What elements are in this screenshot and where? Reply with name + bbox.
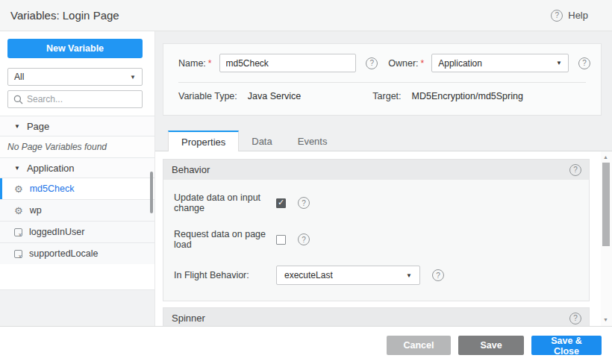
tree-section-page[interactable]: ▼ Page bbox=[0, 116, 154, 136]
search-icon bbox=[13, 95, 23, 104]
scroll-up-icon[interactable]: ▲ bbox=[603, 154, 608, 160]
variable-detail-panel: Name: * ? Owner: * Application ▼ ? Varia… bbox=[155, 31, 612, 326]
spinner-section-title: Spinner bbox=[172, 313, 205, 324]
variable-item-wp[interactable]: ⚙ wp bbox=[0, 199, 154, 221]
update-data-checkbox[interactable]: ✓ bbox=[276, 198, 286, 208]
variable-item-md5check[interactable]: ⚙ md5Check bbox=[0, 178, 154, 199]
search-input[interactable] bbox=[27, 94, 137, 104]
sidebar-scrollbar[interactable] bbox=[150, 172, 153, 213]
chevron-down-icon: ▼ bbox=[130, 74, 136, 81]
help-icon: ? bbox=[551, 10, 563, 22]
target-value: MD5Encryption/md5Spring bbox=[412, 91, 523, 101]
help-button[interactable]: ? Help bbox=[551, 10, 588, 22]
variable-item-label: md5Check bbox=[30, 183, 75, 194]
variable-item-supportedlocale[interactable]: x supportedLocale bbox=[0, 242, 154, 264]
behavior-section: Behavior ? Update data on input change ✓… bbox=[163, 159, 590, 301]
help-label: Help bbox=[568, 10, 588, 21]
sidebar-empty-area bbox=[0, 289, 154, 326]
variable-icon: x bbox=[14, 250, 22, 258]
variables-dialog: Variables: Login Page ? Help New Variabl… bbox=[0, 0, 612, 364]
variable-filter-value: All bbox=[14, 72, 24, 82]
tab-data[interactable]: Data bbox=[239, 131, 284, 151]
variable-item-label: supportedLocale bbox=[29, 248, 98, 259]
update-data-help-icon[interactable]: ? bbox=[298, 197, 310, 209]
variable-item-label: wp bbox=[30, 205, 42, 216]
request-data-checkbox[interactable] bbox=[276, 235, 286, 245]
in-flight-behavior-row: In Flight Behavior: executeLast ▼ ? bbox=[163, 266, 589, 285]
dialog-footer: Cancel Save Save & Close bbox=[0, 326, 612, 364]
detail-tabs: Properties Data Events bbox=[155, 131, 612, 151]
page-title: Variables: Login Page bbox=[0, 9, 119, 22]
in-flight-behavior-label: In Flight Behavior: bbox=[174, 270, 276, 280]
update-data-label: Update data on input change bbox=[174, 192, 276, 213]
check-icon: ✓ bbox=[278, 198, 284, 207]
variable-item-loggedinuser[interactable]: x loggedInUser bbox=[0, 221, 154, 242]
cancel-button[interactable]: Cancel bbox=[387, 336, 451, 355]
request-data-row: Request data on page load ? bbox=[163, 229, 589, 250]
owner-label: Owner: bbox=[388, 58, 418, 69]
update-data-row: Update data on input change ✓ ? bbox=[163, 192, 589, 213]
request-data-help-icon[interactable]: ? bbox=[298, 233, 310, 245]
owner-help-icon[interactable]: ? bbox=[578, 57, 590, 69]
tree-section-application-label: Application bbox=[27, 163, 75, 174]
spinner-section: Spinner ? Spinner Context: Search Widget… bbox=[163, 307, 590, 326]
save-button[interactable]: Save bbox=[458, 336, 524, 355]
tab-properties[interactable]: Properties bbox=[168, 131, 239, 151]
properties-content: Behavior ? Update data on input change ✓… bbox=[155, 151, 612, 326]
request-data-label: Request data on page load bbox=[174, 229, 276, 250]
page-variables-empty-text: No Page Variables found bbox=[0, 136, 154, 157]
chevron-down-icon: ▼ bbox=[406, 272, 412, 279]
java-service-icon: ⚙ bbox=[14, 206, 23, 216]
scrollbar-thumb[interactable] bbox=[602, 163, 610, 246]
in-flight-behavior-dropdown[interactable]: executeLast ▼ bbox=[276, 266, 420, 285]
tree-section-application[interactable]: ▼ Application bbox=[0, 157, 154, 178]
java-service-icon: ⚙ bbox=[14, 184, 23, 194]
tree-section-page-label: Page bbox=[27, 121, 49, 132]
variable-item-label: loggedInUser bbox=[29, 227, 84, 237]
behavior-section-title: Behavior bbox=[172, 164, 210, 175]
name-field[interactable] bbox=[219, 54, 357, 72]
variable-filter-dropdown[interactable]: All ▼ bbox=[7, 68, 143, 86]
tab-events[interactable]: Events bbox=[285, 131, 340, 151]
in-flight-behavior-help-icon[interactable]: ? bbox=[432, 269, 444, 281]
search-box[interactable] bbox=[7, 90, 143, 108]
variable-icon: x bbox=[14, 228, 22, 236]
required-asterisk: * bbox=[421, 58, 425, 69]
in-flight-behavior-value: executeLast bbox=[284, 270, 333, 280]
new-variable-button[interactable]: New Variable bbox=[7, 39, 143, 58]
scroll-down-icon[interactable]: ▼ bbox=[603, 317, 608, 322]
owner-dropdown[interactable]: Application ▼ bbox=[431, 54, 569, 72]
dialog-header: Variables: Login Page ? Help bbox=[0, 0, 612, 31]
behavior-help-icon[interactable]: ? bbox=[569, 164, 581, 176]
variable-type-label: Variable Type: bbox=[178, 91, 237, 101]
save-and-close-button[interactable]: Save & Close bbox=[531, 336, 602, 355]
variable-type-value: Java Service bbox=[248, 91, 302, 101]
name-help-icon[interactable]: ? bbox=[366, 57, 378, 69]
target-label: Target: bbox=[372, 91, 401, 101]
collapse-triangle-icon: ▼ bbox=[14, 123, 20, 130]
collapse-triangle-icon: ▼ bbox=[14, 165, 20, 172]
chevron-down-icon: ▼ bbox=[556, 60, 562, 66]
spinner-help-icon[interactable]: ? bbox=[569, 313, 581, 324]
variables-sidebar: New Variable All ▼ ▼ Page No Page Variab… bbox=[0, 31, 155, 326]
variable-summary-panel: Name: * ? Owner: * Application ▼ ? Varia… bbox=[163, 43, 602, 116]
owner-value: Application bbox=[438, 58, 482, 69]
content-scrollbar[interactable]: ▲ ▼ bbox=[601, 151, 612, 326]
name-label: Name: bbox=[178, 58, 206, 69]
required-asterisk: * bbox=[208, 58, 212, 69]
